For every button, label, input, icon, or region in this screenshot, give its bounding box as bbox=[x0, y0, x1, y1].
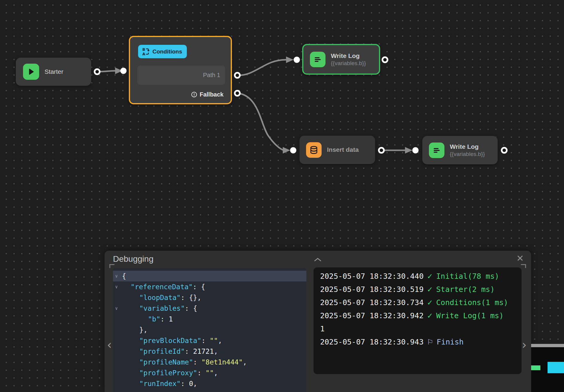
json-row: ∨{ bbox=[113, 271, 306, 281]
check-icon: ✓ bbox=[427, 270, 433, 283]
node-writelog-bottom-title: Write Log bbox=[450, 143, 485, 151]
collapse-arrow-icon[interactable]: ∨ bbox=[115, 271, 118, 281]
json-token-punct: , bbox=[218, 337, 222, 344]
json-row: "profileName": "8et1n444", bbox=[113, 357, 306, 368]
log-timestamp: 2025-05-07 18:32:30.943 bbox=[320, 336, 424, 349]
output-handle-starter[interactable] bbox=[95, 69, 100, 74]
json-token-punct: : bbox=[161, 315, 169, 323]
conditions-badge: B A Conditions bbox=[138, 45, 187, 58]
scroll-left-button[interactable]: ‹ bbox=[107, 339, 112, 351]
json-tree[interactable]: ∨{∨"referenceData": {"loopData": {},∨"va… bbox=[113, 268, 306, 392]
json-token-punct: : {}, bbox=[181, 294, 201, 301]
log-lines-icon bbox=[429, 143, 444, 158]
json-token-punct: : bbox=[201, 337, 210, 344]
conditions-fallback-label: Fallback bbox=[200, 91, 224, 98]
database-icon bbox=[306, 142, 322, 158]
json-token-punct: : bbox=[185, 347, 193, 355]
input-handle-writelog-top[interactable] bbox=[294, 57, 300, 63]
input-handle-writelog-bottom[interactable] bbox=[412, 147, 419, 154]
log-row: 2025-05-07 18:32:30.943⚐Finish bbox=[320, 336, 522, 349]
json-token-key: "profileName" bbox=[139, 358, 193, 366]
json-token-punct: , bbox=[214, 369, 218, 377]
collapse-panel-button[interactable] bbox=[314, 257, 322, 262]
json-token-punct: , bbox=[214, 347, 218, 355]
json-token-key: "prevBlockData" bbox=[139, 337, 201, 344]
node-writelog-bottom[interactable]: Write Log {{variables.b}} bbox=[422, 136, 498, 164]
output-handle-conditions-fallback[interactable] bbox=[235, 91, 240, 96]
output-handle-insertdata[interactable] bbox=[379, 148, 384, 153]
json-token-punct: , bbox=[243, 358, 247, 366]
log-timestamp: 2025-05-07 18:32:30.519 bbox=[320, 283, 424, 296]
log-lines-icon bbox=[310, 52, 325, 67]
debugging-panel-title: Debugging bbox=[113, 254, 153, 264]
log-timestamp: 2025-05-07 18:32:30.734 bbox=[320, 296, 424, 309]
check-icon: ✓ bbox=[427, 296, 433, 309]
json-token-num: 21721 bbox=[193, 347, 214, 355]
edge-conditions-writelog[interactable] bbox=[237, 60, 286, 75]
json-token-num: 1 bbox=[169, 315, 173, 323]
conditions-icon: B A bbox=[142, 48, 150, 56]
collapse-arrow-icon[interactable]: ∨ bbox=[115, 303, 118, 314]
json-token-punct: }, bbox=[139, 326, 148, 334]
resize-corner-right-icon[interactable] bbox=[521, 264, 526, 268]
conditions-path-label: Path 1 bbox=[203, 72, 220, 79]
node-writelog-top[interactable]: Write Log {{variables.b}} bbox=[302, 44, 380, 75]
output-handle-writelog-top[interactable] bbox=[383, 57, 388, 62]
json-row: "runIndex": 0, bbox=[113, 378, 306, 389]
input-handle-insertdata[interactable] bbox=[290, 147, 296, 154]
resize-corner-left-icon[interactable] bbox=[109, 264, 114, 268]
execution-log[interactable]: 2025-05-07 18:32:30.440✓Initial(78 ms)20… bbox=[314, 267, 522, 374]
json-token-key: "b" bbox=[148, 315, 161, 323]
log-label: 1 bbox=[320, 322, 325, 336]
arrowhead-icon bbox=[286, 56, 294, 63]
json-row: ∨"variables": { bbox=[113, 303, 306, 314]
json-token-key: "referenceData" bbox=[131, 283, 193, 291]
conditions-fallback-row[interactable]: Fallback bbox=[191, 91, 224, 98]
output-handle-conditions-path1[interactable] bbox=[235, 73, 240, 78]
scroll-right-button[interactable]: › bbox=[522, 339, 527, 351]
svg-text:A: A bbox=[142, 52, 145, 56]
log-label: Initial(78 ms) bbox=[436, 270, 499, 283]
json-token-str: "8et1n444" bbox=[201, 358, 243, 366]
minimap-node-green bbox=[531, 365, 540, 370]
collapse-arrow-icon[interactable]: ∨ bbox=[115, 281, 118, 292]
json-token-punct: : { bbox=[193, 283, 205, 291]
json-token-num: 0 bbox=[189, 380, 193, 388]
log-row: 2025-05-07 18:32:30.440✓Initial(78 ms) bbox=[320, 270, 522, 283]
json-token-punct: : bbox=[181, 380, 189, 388]
json-token-key: "variables" bbox=[139, 304, 185, 312]
json-token-punct: { bbox=[122, 272, 126, 280]
json-token-key: "profileId" bbox=[139, 347, 185, 355]
json-row: "profileId": 21721, bbox=[113, 346, 306, 357]
json-row: "b": 1 bbox=[113, 314, 306, 324]
json-token-key: "loopData" bbox=[139, 294, 181, 301]
node-writelog-bottom-subtitle: {{variables.b}} bbox=[450, 151, 485, 158]
check-icon: ✓ bbox=[427, 309, 433, 322]
json-token-str: "" bbox=[210, 337, 218, 344]
json-token-key: "profileProxy" bbox=[139, 369, 197, 377]
node-conditions[interactable]: B A Conditions Path 1 Fallback bbox=[129, 36, 232, 104]
json-token-punct: : bbox=[197, 369, 206, 377]
node-insertdata[interactable]: Insert data bbox=[299, 136, 375, 164]
arrowhead-icon bbox=[283, 147, 290, 154]
minimap-node-cyan bbox=[548, 362, 564, 373]
node-starter[interactable]: Starter bbox=[16, 58, 91, 86]
json-row: "loopData": {}, bbox=[113, 292, 306, 303]
play-icon bbox=[23, 64, 39, 80]
log-label: Write Log(1 ms) bbox=[436, 309, 504, 322]
output-handle-writelog-bottom[interactable] bbox=[502, 148, 507, 153]
json-token-punct: : bbox=[193, 358, 201, 366]
json-token-str: "" bbox=[206, 369, 214, 377]
json-row: ∨"referenceData": { bbox=[113, 281, 306, 292]
conditions-path-row[interactable]: Path 1 bbox=[137, 65, 225, 85]
conditions-badge-label: Conditions bbox=[152, 48, 182, 55]
close-panel-button[interactable]: ✕ bbox=[515, 253, 525, 264]
minimap[interactable] bbox=[531, 344, 564, 392]
input-handle-conditions[interactable] bbox=[120, 68, 127, 74]
json-token-punct: : { bbox=[185, 304, 197, 312]
node-writelog-top-subtitle: {{variables.b}} bbox=[331, 60, 366, 67]
minimap-node-gray bbox=[531, 344, 564, 347]
check-icon: ✓ bbox=[427, 283, 433, 296]
edge-conditions-insertdata[interactable] bbox=[237, 93, 284, 150]
svg-text:B: B bbox=[142, 48, 145, 52]
